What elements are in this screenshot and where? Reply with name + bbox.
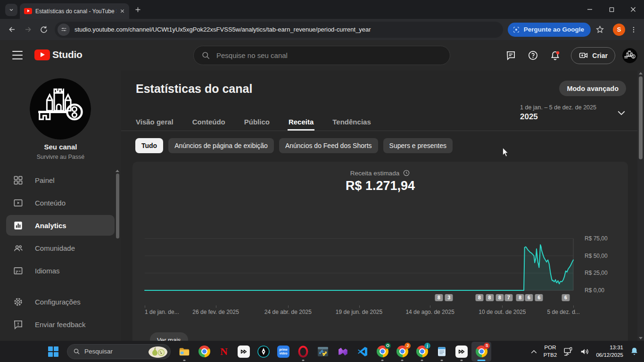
video-marker-badge[interactable]: 8: [496, 294, 504, 301]
chevron-down-icon: [617, 110, 626, 116]
sidebar-item-painel[interactable]: Painel: [0, 169, 121, 191]
studio-account-avatar[interactable]: [622, 48, 637, 63]
tab-search-button[interactable]: [5, 4, 17, 16]
tray-expand-button[interactable]: [530, 349, 537, 354]
sidebar-item-configuracoes[interactable]: Configurações: [0, 290, 121, 313]
taskbar-chrome-profile-o[interactable]: O: [372, 342, 392, 362]
video-marker-badge[interactable]: 6: [535, 294, 543, 301]
page-scrollbar[interactable]: [637, 71, 644, 341]
window-minimize-button[interactable]: [579, 0, 601, 19]
taskbar-search[interactable]: [67, 344, 171, 359]
notifications-button[interactable]: [546, 47, 564, 65]
tab-publico[interactable]: Público: [244, 113, 270, 131]
help-button[interactable]: [524, 47, 542, 65]
chip-tudo[interactable]: Tudo: [135, 138, 163, 153]
taskbar-capcut[interactable]: [234, 342, 254, 362]
reload-button[interactable]: [36, 22, 52, 38]
chip-anuncios-shorts[interactable]: Anúncios do Feed dos Shorts: [279, 138, 378, 153]
sidebar-item-enviar-feedback[interactable]: Enviar feedback: [0, 313, 121, 336]
window-close-button[interactable]: [622, 0, 644, 19]
scroll-up-arrow[interactable]: [116, 170, 119, 172]
site-info-button[interactable]: [58, 24, 70, 36]
subtitles-icon: [13, 265, 24, 276]
taskbar-vscode[interactable]: [353, 342, 372, 362]
chip-supers[interactable]: Supers e presentes: [383, 138, 453, 153]
taskbar-chrome[interactable]: [194, 342, 214, 362]
video-marker-badge[interactable]: 3: [445, 294, 453, 301]
studio-search-bar[interactable]: [193, 46, 450, 65]
notification-center-button[interactable]: [629, 346, 639, 356]
running-indicator: [421, 360, 423, 361]
chip-anuncios-pagina[interactable]: Anúncios de página de exibição: [168, 138, 274, 153]
back-button[interactable]: [4, 22, 20, 38]
browser-menu-button[interactable]: [630, 26, 637, 33]
taskbar-pen-app[interactable]: [254, 342, 273, 362]
sidebar-item-label: Conteúdo: [35, 199, 66, 207]
page-scrollbar-thumb[interactable]: [639, 76, 643, 159]
plus-icon: [134, 6, 141, 13]
url-bar[interactable]: studio.youtube.com/channel/UCWt1yUx5xgPo…: [55, 22, 503, 38]
profile-badge: S: [484, 343, 490, 349]
tab-receita[interactable]: Receita: [289, 113, 314, 131]
create-button[interactable]: Criar: [571, 47, 615, 64]
network-button[interactable]: [563, 346, 573, 357]
browser-profile-avatar[interactable]: S: [613, 24, 625, 36]
date-picker-chevron[interactable]: [617, 110, 626, 116]
taskbar-netflix[interactable]: N: [214, 342, 234, 362]
sidebar-scrollbar[interactable]: [116, 170, 120, 356]
studio-search-input[interactable]: [216, 51, 405, 59]
chevron-up-icon: [530, 349, 537, 354]
x-axis-tick: [288, 305, 289, 308]
clock-date[interactable]: 13:31 06/12/2025: [596, 344, 623, 358]
tray-time: 13:31: [596, 344, 623, 351]
studio-logo[interactable]: Studio: [34, 49, 83, 60]
start-button[interactable]: [43, 342, 63, 362]
browser-tab[interactable]: Estatísticas do canal - YouTube Studio: [20, 3, 129, 19]
sidebar-scrollbar-thumb[interactable]: [116, 173, 119, 239]
video-marker-badge[interactable]: 8: [516, 294, 524, 301]
taskbar-m365[interactable]: [333, 342, 353, 362]
tab-close-icon[interactable]: [120, 8, 125, 14]
video-marker-badge[interactable]: 6: [525, 294, 533, 301]
taskbar-file-explorer[interactable]: [174, 342, 194, 362]
taskbar-opera[interactable]: [293, 342, 313, 362]
volume-button[interactable]: [579, 346, 590, 357]
new-tab-button[interactable]: [134, 6, 141, 13]
taskbar-chrome-profile-j2[interactable]: j: [412, 342, 432, 362]
taskbar-search-input[interactable]: [84, 348, 141, 355]
taskbar-prime-video[interactable]: primevideo: [273, 342, 293, 362]
ask-google-button[interactable]: Pergunte ao Google: [508, 23, 591, 37]
feedback-button[interactable]: [502, 47, 520, 65]
tab-conteudo[interactable]: Conteúdo: [192, 113, 225, 131]
taskbar-chrome-profile-j[interactable]: J: [392, 342, 412, 362]
scroll-up-arrow[interactable]: [639, 72, 643, 74]
advanced-mode-button[interactable]: Modo avançado: [559, 81, 626, 96]
bookmark-button[interactable]: [595, 25, 604, 34]
scroll-down-arrow[interactable]: [639, 337, 643, 339]
language-indicator[interactable]: PORPTB2: [544, 344, 557, 358]
channel-avatar-art: [30, 78, 91, 140]
channel-avatar-art: [622, 48, 637, 63]
video-marker-badge[interactable]: 8: [486, 294, 494, 301]
sidebar-item-analytics[interactable]: Analytics: [0, 214, 121, 237]
sidebar-item-idiomas[interactable]: Idiomas: [0, 259, 121, 282]
channel-avatar[interactable]: [30, 78, 91, 140]
tab-visao-geral[interactable]: Visão geral: [136, 113, 173, 131]
date-range-picker[interactable]: 1 de jan. – 5 de dez. de 2025 2025: [520, 104, 596, 122]
video-marker-badge[interactable]: 6: [561, 294, 570, 301]
window-maximize-button[interactable]: [601, 0, 622, 19]
hamburger-menu-button[interactable]: [12, 51, 23, 59]
video-marker-badge[interactable]: 8: [435, 294, 443, 301]
taskbar-notepad[interactable]: [432, 342, 452, 362]
taskbar-python-idle[interactable]: [313, 342, 333, 362]
sidebar-item-comunidade[interactable]: Comunidade: [0, 237, 121, 259]
tab-tendencias[interactable]: Tendências: [332, 113, 371, 131]
video-marker-badge[interactable]: 7: [504, 294, 512, 301]
forward-button[interactable]: [20, 22, 36, 38]
sidebar-item-conteudo[interactable]: Conteúdo: [0, 191, 121, 214]
taskbar-capcut-2[interactable]: [452, 342, 471, 362]
y-axis-label: R$ 25,00: [585, 270, 608, 276]
video-marker-badge[interactable]: 8: [475, 294, 483, 301]
running-indicator: [183, 360, 186, 361]
taskbar-chrome-profile-s-active[interactable]: S: [471, 342, 491, 362]
